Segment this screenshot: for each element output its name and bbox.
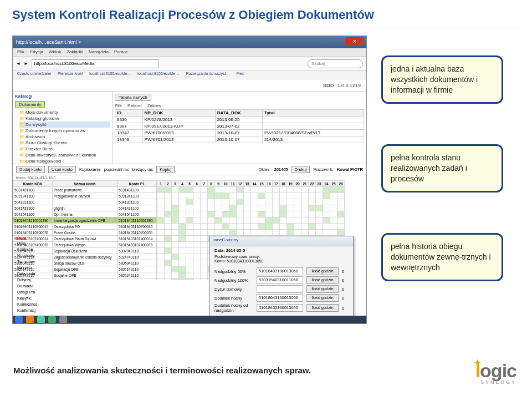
address-bar: ◄ ► http://localhost:8100/ecoMedia Szuka… <box>13 57 366 70</box>
tree-item[interactable]: Do wysyłki <box>19 121 110 128</box>
filter-label[interactable]: Zakres <box>147 103 161 108</box>
hours-button[interactable]: Ilość godzin <box>306 304 339 312</box>
dialog-row-label: Dodatek nocny <box>214 296 253 301</box>
form-field-label: Klasyfik: <box>16 296 155 302</box>
hours-button[interactable]: Ilość godzin <box>306 267 339 275</box>
hours-dialog[interactable]: InneGodziny Data: 2014-05-5 Podstawowy c… <box>209 236 354 324</box>
print-button[interactable]: Drukuj <box>291 166 310 173</box>
table-row[interactable]: 18348PW/6701/20132013-10-07214/2013 <box>115 136 364 143</box>
hours-button[interactable]: Ilość godzin <box>306 276 339 284</box>
record-form: PRZE Opis:KontraheNr umowyTyp sprawNa rz… <box>16 236 155 315</box>
bookmarks-bar[interactable]: Często odwiedzanePierwsze krokilocalhost… <box>13 70 366 79</box>
documents-table[interactable]: IDNR_DOKDATA_DOKTytuł 8330KP/0278/201320… <box>115 109 364 143</box>
menubar[interactable]: PlikEdycjaWidokZakładkiNarzędziaPomoc <box>13 48 366 57</box>
bookmark-item[interactable]: Flex <box>237 72 244 78</box>
tree-tag[interactable]: Dokumenty <box>15 101 45 108</box>
callout-database: jedna i aktualna baza wszystkich dokumen… <box>381 55 503 104</box>
bookmark-item[interactable]: localhost:8100/ecoMe… <box>89 72 131 78</box>
okres-label: Okres: <box>258 167 270 172</box>
timesheet-row[interactable]: 5031241100Przygotowanie danych5031241100 <box>13 193 157 199</box>
menu-item[interactable]: Narzędzia <box>89 49 109 55</box>
spark-icon: ✦ <box>473 357 482 369</box>
dialog-row-label: Dodatek nocny od nadgodzin <box>214 303 253 313</box>
tab-label[interactable]: http://localh…eceSanit.html × <box>16 39 81 45</box>
taskbar-icon[interactable] <box>48 316 56 323</box>
title-underline <box>12 28 520 28</box>
summary-text: Możliwość analizowania skuteczności i te… <box>13 365 311 376</box>
url-field[interactable]: http://localhost:8100/ecoMedia <box>32 59 159 68</box>
bookmark-item[interactable]: Często odwiedzane <box>17 72 51 78</box>
back-icon[interactable]: ◄ <box>16 61 21 66</box>
bookmark-item[interactable]: Pierwsze kroki <box>58 72 83 78</box>
filter-label[interactable]: Rekord <box>127 103 142 108</box>
column-header[interactable]: DATA_DOK <box>215 110 262 117</box>
dialog-row: Nadgodziny 50%51018403100013050Ilość god… <box>214 267 349 275</box>
form-field-label: Uwagi Pra <box>16 290 155 296</box>
column-header[interactable]: ID <box>115 110 143 117</box>
taskbar[interactable] <box>13 316 366 323</box>
timesheet-row[interactable]: 5031431100Prace pomiarowe5031431100 <box>13 187 157 193</box>
column-header[interactable]: Tytuł <box>262 110 364 117</box>
tree-item[interactable]: Biuro Obsługi Klienta <box>19 140 110 146</box>
bookmark-item[interactable]: localhost:8100/ecoMe… <box>137 72 179 78</box>
table-row[interactable]: 8330KP/0278/20132013-06-25 <box>115 117 364 123</box>
taskbar-icon[interactable] <box>37 316 45 323</box>
timesheet-row[interactable]: 51018403110001390Inwentaryzacja ogrodzen… <box>13 217 157 224</box>
dialog-konto-input[interactable]: 51018403100013050 <box>257 304 303 312</box>
timesheet-row[interactable]: 5041431100ghghjh5041431100 <box>13 205 157 211</box>
form-field-label: Koniecznoś <box>16 302 155 308</box>
menu-item[interactable]: Widok <box>49 49 61 55</box>
tree-item[interactable]: Archiwum <box>19 134 110 140</box>
copy-label: Kopiowanie <box>79 167 101 172</box>
column-header[interactable]: NR_DOK <box>142 110 215 117</box>
hours-button[interactable]: Ilość godzin <box>306 285 339 293</box>
copy-opt-cur[interactable]: bieżący mc <box>132 167 154 172</box>
form-field-label: Typ spraw <box>16 260 155 266</box>
logo-subtitle: SYNERGY <box>475 379 516 385</box>
form-field-label: Opis: <box>16 241 155 247</box>
employee-value: Kowal PIOTR <box>337 167 363 172</box>
tree-item[interactable]: Moje dokumenty <box>19 109 110 115</box>
copy-opt-prev[interactable]: poprzedni mc <box>104 167 129 172</box>
dialog-date-lbl: Data: <box>214 248 225 253</box>
forward-icon[interactable]: ► <box>24 61 28 66</box>
app-screenshot: http://localh…eceSanit.html × × PlikEdyc… <box>12 36 367 324</box>
dialog-konto-input[interactable]: 53031540310011050 <box>257 276 303 284</box>
table-tab[interactable]: Tabela danych <box>115 94 151 101</box>
hours-value: 0 <box>342 306 349 311</box>
dialog-row-label: Nadgodziny 50% <box>214 269 253 274</box>
bookmark-item[interactable]: Rozwiązania do wszyst… <box>186 72 229 78</box>
taskbar-icon[interactable] <box>15 316 23 323</box>
dialog-row: Nadgodziny 100%53031540310011050Ilość go… <box>214 276 349 284</box>
del-account-button[interactable]: Usuń konto <box>48 166 76 173</box>
form-prze: PRZE <box>16 236 155 240</box>
filter-label[interactable]: Plik <box>115 103 122 108</box>
tree-item[interactable]: Dział Inwestycji, zamówień i kontroli <box>19 152 110 158</box>
tree-item[interactable]: Direktor Biura <box>19 146 110 152</box>
tree-item[interactable]: Katalogi globalne <box>19 115 110 121</box>
menu-item[interactable]: Plik <box>17 49 24 55</box>
timesheet-row[interactable]: 51018403110700035Prace Ozaina51018403110… <box>13 230 157 236</box>
close-icon[interactable]: × <box>345 37 364 46</box>
taskbar-icon[interactable] <box>26 316 34 323</box>
dialog-konto-input[interactable]: 51018043100013050 <box>257 294 303 302</box>
dialog-konto-input[interactable]: 51018403100013050 <box>257 267 303 275</box>
form-field-label: Do wiado <box>16 284 155 290</box>
table-row[interactable]: 18347PW/6700/20132013-10-07FV-53212/G040… <box>115 130 364 136</box>
table-row[interactable]: 8807KP/0917/2013-KOP2013-07-02 <box>115 123 364 130</box>
copy-button[interactable]: Kopiuj <box>156 166 175 173</box>
menu-item[interactable]: Pomoc <box>114 49 128 55</box>
hours-button[interactable]: Ilość godzin <box>306 294 339 302</box>
menu-item[interactable]: Zakładki <box>66 49 83 55</box>
hours-value: 0 <box>342 269 349 274</box>
menu-item[interactable]: Edycja <box>30 49 43 55</box>
timesheet-row[interactable]: 5041541100Opr. baniha5041541100 <box>13 211 157 217</box>
dialog-konto-input[interactable] <box>257 285 303 293</box>
form-field-label: Nr umowy <box>16 254 155 260</box>
timesheet-row[interactable]: 50413311005041331100 <box>13 199 157 205</box>
tree-item[interactable]: Dokumenty innych operatorów <box>19 128 110 134</box>
taskbar-icon[interactable] <box>59 316 67 323</box>
timesheet-row[interactable]: 51018403110700015Oszczędnka PO5101840311… <box>13 224 157 230</box>
add-account-button[interactable]: Dodaj konto <box>16 166 45 173</box>
search-input[interactable]: Szukaj <box>308 59 363 68</box>
